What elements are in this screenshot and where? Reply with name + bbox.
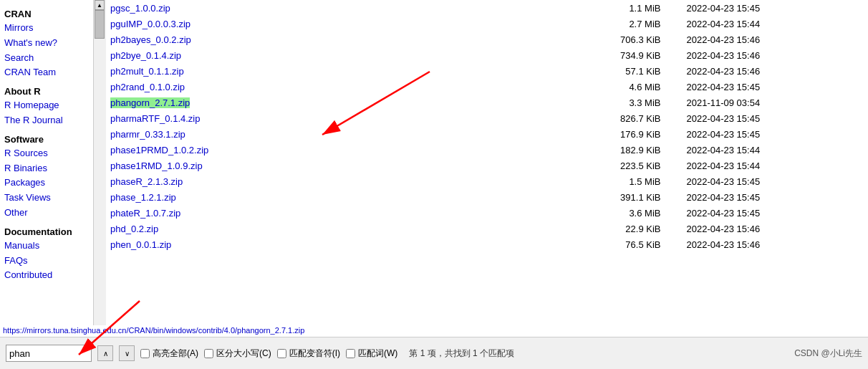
sidebar-link-contributed[interactable]: Contributed — [4, 268, 89, 283]
sidebar-link-cranteam[interactable]: CRAN Team — [4, 65, 89, 80]
file-size: 22.9 KiB — [571, 221, 683, 236]
sidebar-link-faqs[interactable]: FAQs — [4, 254, 89, 269]
file-date: 2022-04-23 15:45 — [682, 126, 868, 142]
highlight-all-group: 高亮全部(A) — [140, 348, 198, 360]
diacritic-checkbox[interactable] — [277, 349, 286, 358]
find-next-button[interactable]: ∨ — [119, 345, 135, 361]
table-row: phd_0.2.zip22.9 KiB2022-04-23 15:46 — [106, 221, 868, 236]
table-row: phen_0.0.1.zip76.5 KiB2022-04-23 15:46 — [106, 236, 868, 252]
table-row: pguIMP_0.0.0.3.zip2.7 MiB2022-04-23 15:4… — [106, 16, 868, 32]
find-bar: ∧ ∨ 高亮全部(A) 区分大小写(C) 匹配变音符(I) 匹配词(W) 第 1… — [0, 337, 868, 369]
file-date: 2022-04-23 15:46 — [682, 47, 868, 63]
file-date: 2022-04-23 15:46 — [682, 236, 868, 252]
sidebar-link-rhomepage[interactable]: R Homepage — [4, 98, 89, 113]
diacritic-group: 匹配变音符(I) — [277, 348, 340, 360]
sidebar-link-rsources[interactable]: R Sources — [4, 146, 89, 161]
table-row: ph2bayes_0.0.2.zip706.3 KiB2022-04-23 15… — [106, 32, 868, 47]
file-link[interactable]: ph2bye_0.1.4.zip — [110, 50, 181, 61]
file-date: 2022-04-23 15:45 — [682, 110, 868, 126]
whole-word-group: 匹配词(W) — [346, 348, 397, 360]
file-size: 706.3 KiB — [571, 32, 683, 47]
highlight-all-label: 高亮全部(A) — [153, 348, 198, 360]
file-link[interactable]: phaseR_2.1.3.zip — [110, 176, 183, 187]
file-link[interactable]: phase1PRMD_1.0.2.zip — [110, 145, 208, 155]
sidebar-link-whatsnew[interactable]: What's new? — [4, 36, 89, 51]
file-date: 2022-04-23 15:45 — [682, 79, 868, 95]
main-content: pgsc_1.0.0.zip1.1 MiB2022-04-23 15:45pgu… — [106, 0, 868, 337]
sidebar-section-cran: CRAN — [4, 9, 89, 19]
whole-word-checkbox[interactable] — [346, 349, 355, 358]
file-date: 2022-04-23 15:46 — [682, 32, 868, 47]
diacritic-label: 匹配变音符(I) — [289, 348, 340, 360]
highlight-all-checkbox[interactable] — [140, 349, 150, 358]
file-date: 2022-04-23 15:45 — [682, 0, 868, 16]
scrollbar-thumb[interactable] — [95, 10, 105, 39]
file-date: 2022-04-23 15:46 — [682, 221, 868, 236]
file-size: 223.5 KiB — [571, 158, 683, 173]
find-input[interactable] — [6, 345, 92, 362]
scrollbar-up-button[interactable]: ▲ — [95, 0, 105, 10]
table-row: ph2bye_0.1.4.zip734.9 KiB2022-04-23 15:4… — [106, 47, 868, 63]
file-link[interactable]: pgsc_1.0.0.zip — [110, 3, 170, 14]
status-link: https://mirrors.tuna.tsinghua.edu.cn/CRA… — [0, 325, 307, 337]
sidebar-link-rjournal[interactable]: The R Journal — [4, 113, 89, 128]
file-link[interactable]: phase_1.2.1.zip — [110, 192, 176, 203]
file-size: 3.3 MiB — [571, 95, 683, 110]
file-size: 2.7 MiB — [571, 16, 683, 32]
table-row: pharmr_0.33.1.zip176.9 KiB2022-04-23 15:… — [106, 126, 868, 142]
sidebar-link-manuals[interactable]: Manuals — [4, 239, 89, 254]
sidebar-link-taskviews[interactable]: Task Views — [4, 191, 89, 206]
table-row: phase_1.2.1.zip391.1 KiB2022-04-23 15:45 — [106, 189, 868, 205]
file-link[interactable]: pharmaRTF_0.1.4.zip — [110, 113, 201, 124]
table-row: pgsc_1.0.0.zip1.1 MiB2022-04-23 15:45 — [106, 0, 868, 16]
sidebar-link-packages[interactable]: Packages — [4, 176, 89, 191]
file-link-suffix: gorn_2.7.1.zip — [131, 97, 190, 108]
file-date: 2022-04-23 15:45 — [682, 205, 868, 221]
file-size: 4.6 MiB — [571, 79, 683, 95]
case-sensitive-checkbox[interactable] — [204, 349, 213, 358]
file-date: 2022-04-23 15:44 — [682, 158, 868, 173]
file-size: 734.9 KiB — [571, 47, 683, 63]
sidebar-link-rbinaries[interactable]: R Binaries — [4, 161, 89, 176]
sidebar-link-mirrors[interactable]: Mirrors — [4, 21, 89, 36]
file-link[interactable]: pguIMP_0.0.0.3.zip — [110, 19, 191, 29]
file-link[interactable]: ph2bayes_0.0.2.zip — [110, 34, 191, 45]
file-link[interactable]: phase1RMD_1.0.9.zip — [110, 160, 203, 171]
file-size: 1.5 MiB — [571, 173, 683, 189]
sidebar: CRAN Mirrors What's new? Search CRAN Tea… — [0, 0, 93, 337]
file-link[interactable]: phen_0.0.1.zip — [110, 239, 171, 250]
table-row: phangorn_2.7.1.zip3.3 MiB2021-11-09 03:5… — [106, 95, 868, 110]
sidebar-section-software: Software — [4, 134, 89, 145]
case-sensitive-label: 区分大小写(C) — [216, 348, 271, 360]
file-size: 1.1 MiB — [571, 0, 683, 16]
file-link[interactable]: ph2mult_0.1.1.zip — [110, 66, 184, 77]
find-credit: CSDN @小Li先生 — [794, 348, 862, 360]
table-row: phateR_1.0.7.zip3.6 MiB2022-04-23 15:45 — [106, 205, 868, 221]
file-date: 2022-04-23 15:44 — [682, 142, 868, 158]
whole-word-label: 匹配词(W) — [358, 348, 397, 360]
file-date: 2022-04-23 15:45 — [682, 173, 868, 189]
table-row: phaseR_2.1.3.zip1.5 MiB2022-04-23 15:45 — [106, 173, 868, 189]
file-link-highlighted[interactable]: phangorn_2.7.1.zip — [110, 97, 190, 108]
file-link[interactable]: pharmr_0.33.1.zip — [110, 129, 185, 140]
table-row: phase1PRMD_1.0.2.zip182.9 KiB2022-04-23 … — [106, 142, 868, 158]
find-prev-button[interactable]: ∧ — [97, 345, 113, 361]
file-size: 391.1 KiB — [571, 189, 683, 205]
file-link[interactable]: ph2rand_0.1.0.zip — [110, 82, 185, 92]
file-date: 2022-04-23 15:46 — [682, 63, 868, 79]
file-size: 57.1 KiB — [571, 63, 683, 79]
scrollbar[interactable]: ▲ ▼ — [93, 0, 106, 337]
sidebar-link-search[interactable]: Search — [4, 51, 89, 66]
file-link[interactable]: phd_0.2.zip — [110, 224, 158, 234]
file-size: 3.6 MiB — [571, 205, 683, 221]
file-link[interactable]: phateR_1.0.7.zip — [110, 208, 180, 219]
file-date: 2021-11-09 03:54 — [682, 95, 868, 110]
file-size: 826.7 KiB — [571, 110, 683, 126]
table-row: ph2mult_0.1.1.zip57.1 KiB2022-04-23 15:4… — [106, 63, 868, 79]
sidebar-section-docs: Documentation — [4, 226, 89, 237]
find-status: 第 1 项，共找到 1 个匹配项 — [409, 348, 514, 360]
file-size: 182.9 KiB — [571, 142, 683, 158]
file-date: 2022-04-23 15:44 — [682, 16, 868, 32]
file-size: 176.9 KiB — [571, 126, 683, 142]
sidebar-link-other[interactable]: Other — [4, 206, 89, 221]
